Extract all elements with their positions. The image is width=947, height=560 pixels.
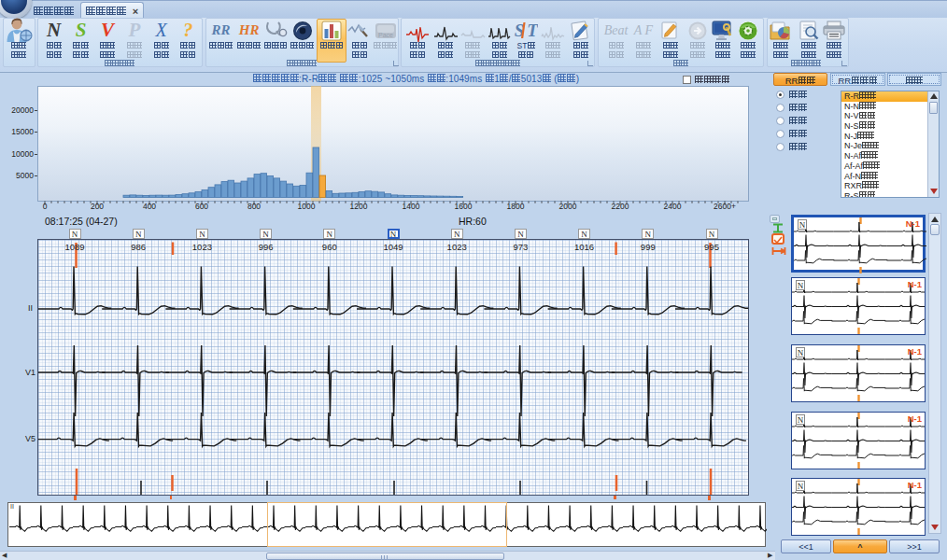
svg-text:T: T xyxy=(527,21,538,40)
svg-text:Pace: Pace xyxy=(378,32,393,38)
